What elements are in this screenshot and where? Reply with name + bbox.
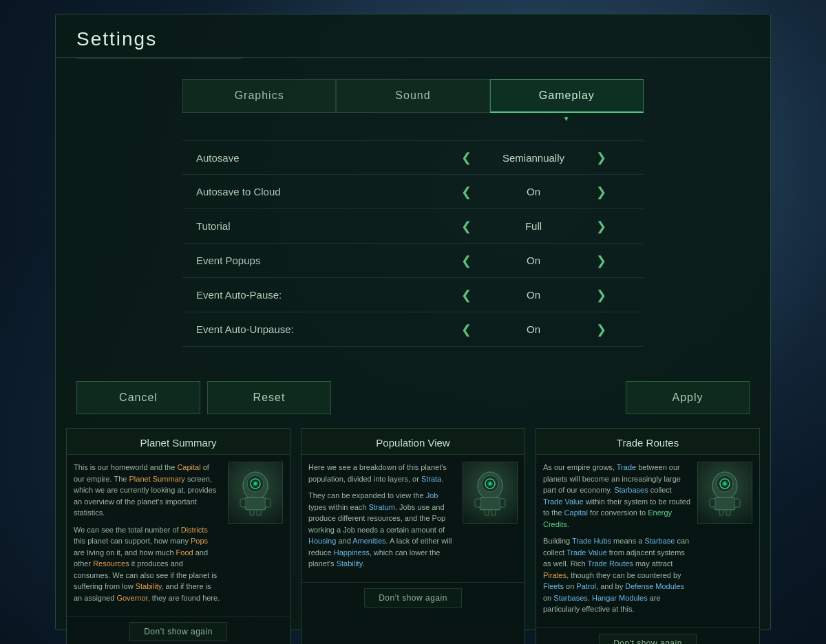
svg-rect-6 xyxy=(240,499,246,507)
highlight-happiness: Happiness xyxy=(334,548,370,557)
svg-rect-25 xyxy=(714,497,735,510)
card-planet-summary-image xyxy=(228,462,283,524)
robot-svg-3 xyxy=(704,469,745,517)
autosave-cloud-control: ❮ On ❯ xyxy=(430,180,637,204)
tutorial-right-btn[interactable]: ❯ xyxy=(589,214,613,239)
highlight-trade-routes: Trade Routes xyxy=(588,559,633,568)
reset-button[interactable]: Reset xyxy=(207,381,331,414)
title-underline xyxy=(76,58,242,58)
highlight-amenities: Amenities xyxy=(352,537,385,545)
svg-rect-16 xyxy=(475,499,480,507)
highlight-defense-modules: Defense Modules xyxy=(625,582,684,590)
card-planet-summary: Planet Summary This is our homeworld and… xyxy=(66,428,290,644)
highlight-hangar: Hangar Modules xyxy=(592,594,648,602)
svg-rect-27 xyxy=(734,499,740,507)
highlight-stability: Stability xyxy=(136,582,162,590)
apply-button[interactable]: Apply xyxy=(626,381,750,414)
event-autopause-left-btn[interactable]: ❮ xyxy=(454,283,478,308)
trade-routes-dont-show-btn[interactable]: Don't show again xyxy=(599,634,697,645)
setting-row-autosave: Autosave ❮ Semiannually ❯ xyxy=(182,140,644,175)
tutorial-value: Full xyxy=(478,220,589,232)
card-population-view-footer: Don't show again xyxy=(301,582,525,613)
autosave-cloud-label: Autosave to Cloud xyxy=(189,186,430,197)
card-trade-routes: Trade Routes As our empire grows, Trade … xyxy=(536,428,760,644)
highlight-trade: Trade xyxy=(617,463,636,471)
svg-rect-15 xyxy=(480,497,500,510)
highlight-governor: Governor xyxy=(116,594,147,602)
svg-rect-29 xyxy=(726,510,730,515)
event-autopause-right-btn[interactable]: ❯ xyxy=(589,283,613,308)
autosave-value: Semiannually xyxy=(478,152,589,164)
settings-rows: Autosave ❮ Semiannually ❯ Autosave to Cl… xyxy=(182,140,644,347)
event-autounpause-label: Event Auto-Unpause: xyxy=(189,323,430,335)
autosave-cloud-right-btn[interactable]: ❯ xyxy=(589,180,613,204)
tab-gameplay[interactable]: Gameplay xyxy=(490,79,644,113)
card-trade-routes-footer: Don't show again xyxy=(536,627,759,645)
highlight-trade-value2: Trade Value xyxy=(566,548,607,557)
event-popups-left-btn[interactable]: ❮ xyxy=(454,248,478,273)
event-popups-value: On xyxy=(478,255,589,266)
svg-rect-26 xyxy=(710,499,715,507)
autosave-right-btn[interactable]: ❯ xyxy=(589,145,613,170)
setting-row-event-popups: Event Popups ❮ On ❯ xyxy=(182,244,644,278)
card-population-view-body: Here we see a breakdown of this planet's… xyxy=(301,455,525,582)
card-population-view-text: Here we see a breakdown of this planet's… xyxy=(308,462,456,575)
card-planet-summary-body: This is our homeworld and the Capital of… xyxy=(67,455,290,616)
setting-row-tutorial: Tutorial ❮ Full ❯ xyxy=(182,209,644,244)
highlight-stability2: Stability xyxy=(337,559,363,568)
tab-sound[interactable]: Sound xyxy=(336,79,489,113)
planet-summary-dont-show-btn[interactable]: Don't show again xyxy=(129,622,227,641)
cancel-button[interactable]: Cancel xyxy=(76,381,200,414)
event-autounpause-value: On xyxy=(478,323,589,335)
event-autopause-control: ❮ On ❯ xyxy=(430,283,637,308)
highlight-starbases: Starbases xyxy=(614,486,648,494)
svg-rect-7 xyxy=(265,499,271,507)
card-trade-routes-title: Trade Routes xyxy=(536,429,759,455)
highlight-starbases2: Starbases xyxy=(553,594,588,602)
card-trade-routes-image xyxy=(697,462,752,524)
bottom-buttons: Cancel Reset Apply xyxy=(76,381,750,414)
highlight-capital: Capital xyxy=(177,463,200,471)
autosave-cloud-value: On xyxy=(478,186,589,197)
event-popups-label: Event Popups xyxy=(189,255,430,266)
svg-rect-9 xyxy=(257,510,261,515)
event-popups-right-btn[interactable]: ❯ xyxy=(589,248,613,273)
tab-graphics[interactable]: Graphics xyxy=(182,79,336,113)
highlight-energy: Energy Credits xyxy=(543,508,672,528)
tutorial-left-btn[interactable]: ❮ xyxy=(454,214,478,239)
svg-rect-19 xyxy=(491,510,496,515)
highlight-strata: Strata xyxy=(421,475,441,483)
highlight-trade-value: Trade Value xyxy=(543,497,584,506)
highlight-planet-summary: Planet Summary xyxy=(129,475,185,483)
highlight-trade-hubs: Trade Hubs xyxy=(572,537,611,545)
highlight-food: Food xyxy=(176,548,193,557)
tabs-container: Graphics Sound Gameplay xyxy=(182,79,644,113)
event-popups-control: ❮ On ❯ xyxy=(430,248,637,273)
event-autounpause-left-btn[interactable]: ❮ xyxy=(454,317,478,342)
highlight-capital2: Capital xyxy=(564,508,588,517)
svg-point-24 xyxy=(723,482,726,485)
autosave-control: ❮ Semiannually ❯ xyxy=(430,145,637,170)
autosave-cloud-left-btn[interactable]: ❮ xyxy=(454,180,478,204)
card-planet-summary-footer: Don't show again xyxy=(67,616,290,644)
highlight-pops: Pops xyxy=(191,537,208,545)
svg-point-4 xyxy=(254,482,257,485)
cards-section: Planet Summary This is our homeworld and… xyxy=(66,428,760,644)
svg-point-14 xyxy=(489,482,491,485)
highlight-pirates: Pirates xyxy=(543,571,566,579)
svg-rect-5 xyxy=(245,497,266,510)
autosave-left-btn[interactable]: ❮ xyxy=(454,145,478,170)
tutorial-control: ❮ Full ❯ xyxy=(430,214,637,239)
robot-svg-1 xyxy=(235,469,276,517)
card-trade-routes-body: As our empire grows, Trade between our p… xyxy=(536,455,759,627)
highlight-patrol: Patrol xyxy=(576,582,596,590)
svg-rect-17 xyxy=(500,499,505,507)
settings-title: Settings xyxy=(56,14,770,58)
event-autopause-value: On xyxy=(478,289,589,301)
highlight-housing: Housing xyxy=(308,537,336,545)
population-view-dont-show-btn[interactable]: Don't show again xyxy=(364,588,462,608)
highlight-fleets: Fleets xyxy=(543,582,564,590)
svg-rect-18 xyxy=(485,510,489,515)
event-autounpause-right-btn[interactable]: ❯ xyxy=(589,317,613,342)
highlight-districts: Districts xyxy=(181,526,208,534)
